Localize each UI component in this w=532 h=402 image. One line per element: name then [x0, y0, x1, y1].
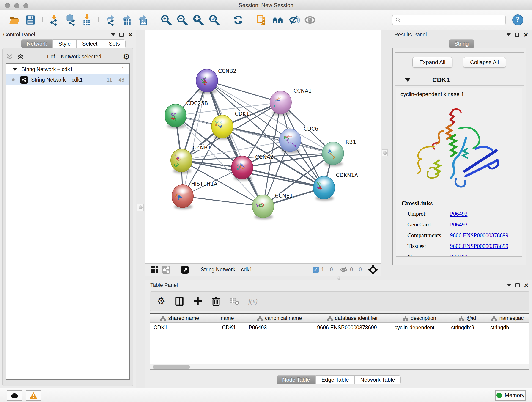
refresh-view-icon[interactable] [232, 13, 244, 26]
zoom-fit-icon[interactable] [192, 13, 205, 26]
tree-item-collection[interactable]: String Network – cdk11 [6, 64, 129, 75]
cell-shared-name[interactable]: CDK1 [150, 325, 209, 331]
toggle-columns-icon[interactable] [174, 296, 185, 306]
expand-all-icon[interactable] [17, 53, 25, 60]
save-session-icon[interactable] [24, 13, 37, 26]
edge-HIST1H1A-CCNB2[interactable] [183, 81, 207, 196]
edge-CCNB2-CCNE1[interactable] [207, 81, 263, 206]
node-CDC25B[interactable] [165, 104, 186, 128]
help-button[interactable]: ? [512, 14, 524, 26]
tab-network-table[interactable]: Network Table [355, 375, 401, 384]
panel-menu-icon[interactable] [111, 33, 115, 36]
close-panel-icon[interactable]: ✕ [523, 32, 528, 38]
warnings-button[interactable] [26, 390, 41, 401]
detach-view-icon[interactable] [181, 266, 189, 274]
edge-CCNB2-CCNA1[interactable] [207, 81, 281, 102]
memory-button[interactable]: Memory [495, 390, 526, 401]
tab-network[interactable]: Network [21, 39, 53, 48]
collapse-all-icon[interactable] [6, 53, 13, 60]
crosslink-link[interactable]: P06493 [450, 221, 467, 228]
left-splitter-grip[interactable] [137, 204, 144, 211]
network-options-gear-icon[interactable]: ⚙ [123, 52, 130, 61]
first-neighbors-icon[interactable] [272, 13, 284, 26]
node-CDKN1A[interactable] [313, 176, 335, 201]
cell-canonical-name[interactable]: P06493 [245, 325, 314, 331]
column-header-database-identifier[interactable]: database identifier [314, 314, 391, 322]
tab-select[interactable]: Select [76, 39, 103, 48]
right-splitter[interactable] [381, 30, 391, 276]
node-RB1[interactable] [322, 142, 344, 166]
network-canvas[interactable]: CCNB2CCNA1CDC25BCDK1CDC6RB1CCNB1CCNA2CDK… [145, 30, 381, 263]
cell-database-identifier[interactable]: 9606.ENSP00000378699 [314, 325, 391, 331]
cloud-status-button[interactable] [7, 390, 22, 401]
tab-node-table[interactable]: Node Table [277, 375, 316, 384]
tab-string[interactable]: String [449, 39, 475, 48]
table-row[interactable]: CDK1CDK1P064939606.ENSP00000378699cyclin… [150, 323, 529, 332]
new-network-from-selection-icon[interactable] [255, 13, 268, 26]
zoom-out-icon[interactable] [176, 13, 189, 26]
fit-selected-crosshair-icon[interactable] [368, 265, 378, 274]
collapse-node-icon[interactable] [13, 68, 17, 71]
crosslink-link[interactable]: P06493 [450, 254, 467, 257]
close-panel-icon[interactable]: ✕ [128, 32, 133, 38]
zoom-selected-icon[interactable] [208, 13, 221, 26]
cell-namespac[interactable]: stringdb [487, 325, 528, 331]
gene-section-header[interactable]: CDK1 [395, 74, 524, 86]
table-horizontal-scrollbar[interactable] [150, 364, 529, 370]
crosslink-link[interactable]: 9606.ENSP00000378699 [450, 243, 508, 249]
node-CCNE1[interactable] [252, 195, 274, 219]
float-panel-icon[interactable] [515, 283, 520, 287]
crosslink-link[interactable]: 9606.ENSP00000378699 [450, 232, 508, 239]
close-panel-icon[interactable]: ✕ [524, 282, 529, 288]
cell-name[interactable]: CDK1 [209, 325, 245, 331]
panel-menu-icon[interactable] [507, 33, 511, 36]
open-session-icon[interactable] [8, 13, 21, 26]
import-network-database-icon[interactable] [64, 13, 77, 26]
crosslink-link[interactable]: P06493 [450, 211, 467, 217]
column-header-@id[interactable]: @id [448, 314, 487, 322]
float-panel-icon[interactable] [515, 32, 519, 37]
collapse-all-button[interactable]: Collapse All [463, 57, 506, 68]
new-column-icon[interactable] [192, 296, 203, 306]
collapse-section-icon[interactable] [405, 78, 410, 82]
table-settings-icon[interactable]: ⚙ [156, 296, 166, 306]
search-box[interactable] [392, 15, 506, 25]
export-table-icon[interactable] [120, 13, 133, 26]
cell-@id[interactable]: stringdb:9... [448, 325, 487, 331]
panel-menu-icon[interactable] [507, 284, 511, 287]
node-CDK1[interactable] [211, 115, 233, 140]
scrollbar-thumb[interactable] [152, 365, 190, 369]
birdseye-view-icon[interactable] [150, 266, 158, 274]
column-header-namespac[interactable]: namespac [487, 314, 528, 322]
import-network-file-icon[interactable] [48, 13, 61, 26]
hide-selected-icon[interactable] [288, 13, 300, 26]
export-image-icon[interactable] [136, 13, 149, 26]
tree-item-network[interactable]: String Network – cdk11148 [6, 75, 129, 85]
column-header-canonical-name[interactable]: canonical name [245, 314, 314, 322]
column-header-description[interactable]: description [391, 314, 448, 322]
node-CCNA1[interactable] [270, 91, 291, 115]
expand-all-button[interactable]: Expand All [412, 57, 452, 68]
tab-edge-table[interactable]: Edge Table [316, 375, 355, 384]
float-panel-icon[interactable] [119, 32, 124, 37]
import-table-icon[interactable] [80, 13, 93, 26]
node-CCNB1[interactable] [171, 149, 192, 173]
delete-column-icon[interactable] [211, 296, 221, 306]
show-all-icon[interactable] [304, 13, 317, 26]
search-input[interactable] [403, 17, 502, 23]
right-splitter-grip[interactable] [382, 149, 388, 156]
column-header-name[interactable]: name [209, 314, 245, 322]
zoom-in-icon[interactable] [160, 13, 172, 26]
horizontal-splitter[interactable] [145, 276, 532, 280]
share-view-icon[interactable] [162, 265, 171, 274]
tab-style[interactable]: Style [53, 39, 76, 48]
node-HIST1H1A[interactable] [172, 185, 193, 209]
node-CCNB2[interactable] [196, 69, 218, 94]
edge-HIST1H1A-CCNE1[interactable] [183, 196, 263, 206]
tab-sets[interactable]: Sets [103, 39, 126, 48]
export-network-icon[interactable] [104, 13, 117, 26]
cell-description[interactable]: cyclin-dependent ... [391, 325, 448, 331]
selected-checkbox-icon[interactable]: ✓ [313, 267, 319, 273]
left-splitter[interactable] [136, 30, 145, 388]
column-header-shared-name[interactable]: shared name [150, 314, 209, 322]
